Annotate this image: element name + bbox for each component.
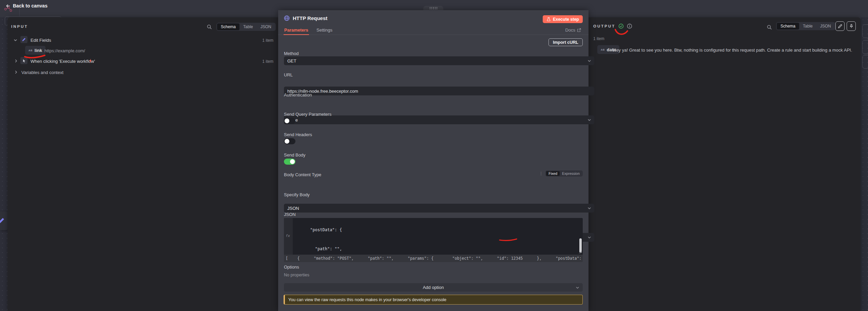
manual-trigger-node-icon bbox=[20, 57, 27, 64]
canvas-node-outline bbox=[862, 24, 868, 38]
options-empty-text: No properties bbox=[284, 273, 583, 277]
execute-step-label: Execute step bbox=[553, 17, 579, 22]
pin-data-button[interactable] bbox=[847, 21, 856, 31]
search-icon[interactable] bbox=[767, 24, 772, 31]
red-arc-annotation bbox=[614, 29, 629, 36]
back-to-canvas-label: Back to canvas bbox=[13, 3, 47, 8]
back-to-canvas-button[interactable]: Back to canvas bbox=[5, 3, 47, 8]
output-tab-json[interactable]: JSON bbox=[816, 23, 835, 30]
url-label: URL bbox=[284, 72, 583, 77]
string-type-icon: AB bbox=[28, 49, 33, 52]
pencil-icon bbox=[22, 37, 26, 42]
tab-parameters[interactable]: Parameters bbox=[284, 28, 308, 33]
input-panel-title: INPUT bbox=[11, 24, 28, 29]
docs-link[interactable]: Docs bbox=[565, 28, 581, 33]
json-result-preview: [ { "method": "POST", "path": "", "param… bbox=[284, 255, 583, 262]
input-tab-json[interactable]: JSON bbox=[257, 23, 275, 30]
section-label: Variables and context bbox=[21, 70, 63, 75]
pencil-outline-icon bbox=[838, 24, 843, 29]
specify-body-label: Specify Body bbox=[284, 192, 583, 197]
canvas-node-outline bbox=[862, 40, 868, 54]
options-label: Options bbox=[284, 264, 583, 270]
input-tab-schema[interactable]: Schema bbox=[217, 23, 239, 30]
search-icon[interactable] bbox=[207, 24, 212, 31]
item-count: 1 item bbox=[262, 59, 273, 64]
input-node-row-trigger[interactable]: When clicking 'Execute workflow' 1 item bbox=[7, 57, 278, 65]
chevron-down-icon bbox=[587, 59, 591, 63]
mode-expression[interactable]: Expression bbox=[560, 171, 582, 176]
chevron-down-icon bbox=[587, 118, 591, 122]
fixed-expression-toggle: Fixed Expression bbox=[545, 170, 583, 177]
edit-output-button[interactable] bbox=[835, 21, 845, 31]
tab-settings[interactable]: Settings bbox=[316, 28, 332, 33]
body-content-type-label: Body Content Type bbox=[284, 172, 583, 177]
developer-console-notice: You can view the raw requests this node … bbox=[284, 295, 583, 305]
mode-fixed[interactable]: Fixed bbox=[546, 171, 560, 176]
flask-icon bbox=[546, 17, 551, 21]
chevron-right-icon[interactable] bbox=[14, 59, 18, 63]
field-badge-link[interactable]: AB link bbox=[25, 46, 45, 55]
code-line: "path": "", bbox=[295, 246, 583, 252]
output-display-mode-tabs: Schema Table JSON bbox=[776, 22, 835, 30]
input-row-variables-and-context[interactable]: Variables and context bbox=[7, 69, 278, 76]
node-title: HTTP Request bbox=[293, 15, 327, 21]
import-curl-button[interactable]: Import cURL bbox=[548, 38, 583, 46]
field-value: https://example.com/ bbox=[44, 48, 85, 53]
json-code-editor[interactable]: fx "postData": { "path": "", "type": "",… bbox=[284, 218, 583, 255]
chevron-right-icon[interactable] bbox=[14, 70, 18, 74]
body-content-type-select[interactable]: JSON bbox=[284, 204, 594, 213]
execute-step-button[interactable]: Execute step bbox=[543, 15, 583, 23]
chevron-down-icon bbox=[587, 236, 591, 239]
import-curl-label: Import cURL bbox=[553, 40, 578, 45]
output-panel-title: OUTPUT bbox=[593, 24, 615, 28]
node-header: HTTP Request Execute step Parameters Set… bbox=[278, 10, 589, 35]
lightning-icon bbox=[88, 58, 93, 63]
send-body-toggle[interactable] bbox=[284, 159, 295, 165]
output-tab-table[interactable]: Table bbox=[799, 23, 816, 30]
authentication-label: Authentication bbox=[284, 92, 583, 97]
body-content-type-value: JSON bbox=[287, 206, 299, 211]
string-type-icon: AB bbox=[601, 48, 605, 51]
docs-label: Docs bbox=[565, 28, 575, 33]
input-field-row-link[interactable]: AB link https://example.com/ bbox=[7, 46, 278, 55]
chevron-down-icon bbox=[576, 286, 579, 290]
output-field-row-data[interactable]: AB data Hey ya! Great to see you here. B… bbox=[589, 45, 861, 54]
node-label: When clicking 'Execute workflow' bbox=[31, 59, 95, 64]
info-icon[interactable] bbox=[627, 23, 632, 29]
json-label: JSON bbox=[284, 212, 583, 217]
edit-fields-node-icon bbox=[20, 36, 27, 43]
parameter-options-icon[interactable]: ⋮ bbox=[539, 171, 543, 176]
method-label: Method bbox=[284, 51, 583, 56]
expression-fx-marker: fx bbox=[286, 234, 290, 238]
http-request-node-panel: HTTP Request Execute step Parameters Set… bbox=[278, 10, 589, 311]
editor-code-area[interactable]: "postData": { "path": "", "type": "", "d… bbox=[293, 218, 583, 255]
editor-gutter: fx bbox=[284, 218, 293, 255]
output-panel: OUTPUT Schema Table JSON 1 item AB data … bbox=[589, 17, 861, 311]
field-value: Hey ya! Great to see you here. Btw, noth… bbox=[613, 48, 852, 53]
add-option-label: Add option bbox=[423, 285, 444, 290]
pin-icon bbox=[849, 24, 854, 29]
pencil-icon bbox=[0, 217, 5, 224]
chevron-down-icon bbox=[587, 206, 591, 210]
resize-grip-icon[interactable] bbox=[579, 251, 582, 254]
grip-dots-icon bbox=[430, 7, 437, 9]
input-node-row-edit-fields[interactable]: Edit Fields 1 item bbox=[7, 36, 278, 44]
arrow-left-icon bbox=[5, 3, 11, 8]
output-item-count: 1 item bbox=[593, 36, 604, 41]
output-tab-schema[interactable]: Schema bbox=[777, 23, 799, 30]
send-headers-toggle[interactable] bbox=[284, 138, 295, 144]
input-panel: INPUT Schema Table JSON Edit Fields 1 it… bbox=[7, 17, 278, 311]
code-line: "postData": { bbox=[295, 227, 583, 233]
node-label: Edit Fields bbox=[31, 38, 51, 43]
method-value: GET bbox=[287, 58, 296, 63]
send-query-parameters-toggle[interactable] bbox=[284, 118, 295, 124]
input-tab-table[interactable]: Table bbox=[239, 23, 257, 30]
globe-icon bbox=[284, 15, 290, 21]
canvas-node-outline bbox=[862, 55, 868, 69]
chevron-down-icon[interactable] bbox=[14, 38, 17, 42]
panel-drag-handle[interactable] bbox=[423, 6, 443, 11]
cursor-icon bbox=[22, 59, 26, 63]
add-option-dropdown[interactable]: Add option bbox=[284, 283, 583, 292]
external-link-icon bbox=[577, 28, 581, 32]
method-select[interactable]: GET bbox=[284, 56, 594, 65]
